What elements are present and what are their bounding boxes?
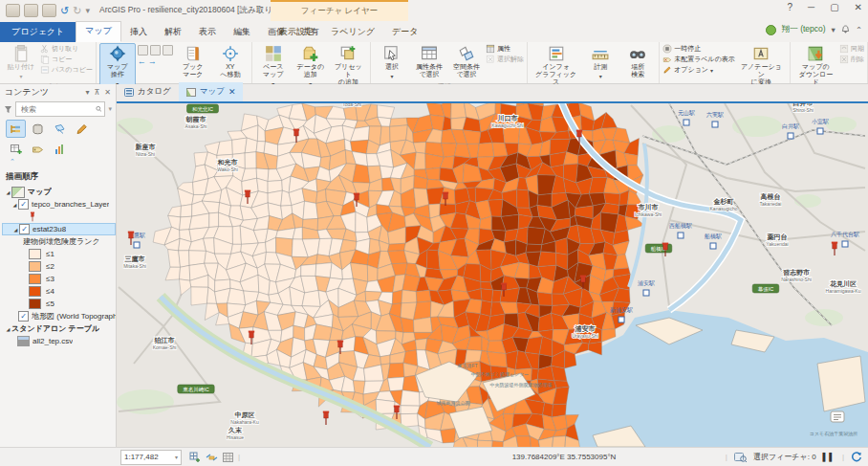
tab-edit[interactable]: 編集 [225,23,259,42]
pane-close-icon[interactable]: ✕ [104,88,111,97]
list-by-charts-icon[interactable] [50,140,70,158]
grid-icon[interactable] [223,453,233,462]
tab-data[interactable]: データ [383,23,426,42]
offline-small-button-0[interactable]: 同期 [839,44,864,54]
svg-text:八千代台駅: 八千代台駅 [831,231,859,238]
selection-small-button-0[interactable]: 属性 [486,44,524,54]
tree-item-topo-basemap[interactable]: ✓地形図 (World Topographic [2,310,116,322]
map-notification-icon[interactable] [831,411,844,422]
nav-mode-icon[interactable] [150,45,161,55]
contents-search-input[interactable] [19,104,96,115]
nav-mode-icon[interactable] [138,45,148,55]
map-scale-select[interactable]: 1:177,482 ▾ [120,450,182,465]
labeling-button-1[interactable]: アノテーション に変換 [736,43,787,88]
tab-map[interactable]: マップ [76,21,121,42]
svg-text:Nakahara-Ku: Nakahara-Ku [230,419,259,425]
labeling-small-button-2[interactable]: オプション [662,65,735,75]
clipboard-small-button-0[interactable]: 切り取り [40,44,93,54]
new-layout-icon[interactable] [189,452,201,462]
legend-swatch-color [29,286,41,297]
filter-icon[interactable] [4,105,12,114]
previous-extent-icon[interactable]: ← [138,57,146,66]
tab-analysis[interactable]: 解析 [156,23,190,42]
tab-labeling[interactable]: ラベリング [322,23,383,42]
drawing-order-heading: 描画順序 [0,166,116,186]
next-extent-icon[interactable]: → [148,57,157,66]
search-options-chevron-icon[interactable]: ▾ [108,105,112,113]
tab-view[interactable]: 表示 [190,23,225,42]
tree-item-map[interactable]: ◢マップ [2,186,116,198]
selection-result-icon[interactable] [734,452,747,462]
labeling-small-button-0[interactable]: 一時停止 [662,44,735,54]
red-pin-symbol[interactable] [29,211,36,222]
expander-icon[interactable]: ◢ [12,227,19,233]
flicker-icon[interactable] [206,453,218,462]
labeling-small-button-1[interactable]: 未配置ラベルの表示 [662,55,735,64]
contents-pane: コンテンツ ▾ ⊼ ✕ ▾ ⌃ 描画順序 ◢マップ◢✓tepco_branche… [0,84,117,447]
list-by-source-icon[interactable] [28,120,48,138]
offline-small-button-1[interactable]: 削除 [839,55,864,64]
layer-checkbox[interactable]: ✓ [19,224,30,234]
help-button[interactable]: ? [788,2,793,12]
collapse-ribbon-icon[interactable]: ⌃ [856,25,862,34]
close-view-icon[interactable]: ✕ [228,87,236,97]
pane-menu-chevron-icon[interactable]: ▾ [85,88,89,97]
maximize-button[interactable]: ▢ [830,2,838,12]
map-view[interactable]: 和光北IC船橋IC幕張IC東名川崎IC東京港FT中防不燃ゴミ処理センター中央防波… [117,103,868,447]
quick-access-toolbar: ↺ ↻ ▾ [0,4,90,17]
locate-icon [629,45,646,62]
layer-checkbox[interactable]: ✓ [18,311,29,322]
map-coordinates[interactable]: 139.7684209°E 35.7553095°N [459,453,669,461]
tab-project[interactable]: プロジェクト [0,22,76,42]
pause-drawing-icon[interactable]: ▌▌ [823,453,835,461]
refresh-icon[interactable] [851,452,862,463]
selection-button-2[interactable]: 空間条件 で選択 [448,43,485,82]
station-marker-icon [134,242,140,248]
clear-selection-icon [486,55,495,64]
list-by-drawing-order-icon[interactable] [6,120,26,138]
minimize-button[interactable]: ─ [808,2,814,12]
nav-mode-icon[interactable] [163,45,173,55]
save-project-icon[interactable] [6,4,20,17]
list-by-selection-icon[interactable] [50,120,70,138]
view-tab-map[interactable]: マップ ✕ [179,82,244,101]
user-name[interactable]: 翔一 (tepco) [782,24,826,35]
tab-appearance[interactable]: 表示設定 [271,23,322,42]
contents-search-box[interactable] [15,101,105,117]
tree-item-all2-tep-csv[interactable]: all2_tep.csv [2,335,116,347]
new-project-icon[interactable] [42,4,56,17]
user-menu-chevron-icon[interactable]: ▾ [832,25,835,34]
paste-icon [12,45,30,62]
legend-swatch-color [29,274,41,284]
undo-icon[interactable]: ↺ [60,5,69,16]
view-tab-catalog[interactable]: カタログ [117,82,179,101]
close-button[interactable]: ✕ [855,2,862,12]
chevron-down-icon [710,67,713,74]
expander-icon[interactable]: ◢ [11,202,18,208]
expander-icon[interactable]: ◢ [5,326,11,332]
customize-qat-icon[interactable]: ▾ [85,6,90,15]
pane-pin-icon[interactable]: ⊼ [94,88,99,97]
list-by-snapping-icon[interactable] [6,140,26,158]
redo-icon[interactable]: ↻ [73,5,81,16]
tree-item-tepco-branches[interactable]: ◢✓tepco_branches_Layer [2,198,116,211]
tree-item-estat23u8[interactable]: ◢✓estat23u8 [2,223,116,235]
clipboard-button-0[interactable]: 貼り付け [3,43,39,82]
svg-text:Hanamigawa-Ku: Hanamigawa-Ku [826,288,861,294]
clipboard-small-button-2[interactable]: パスのコピー [40,65,93,75]
list-by-editing-icon[interactable] [72,120,92,138]
map-canvas[interactable]: 和光北IC船橋IC幕張IC東名川崎IC東京港FT中防不燃ゴミ処理センター中央防波… [117,103,868,447]
selection-button-1[interactable]: 属性条件 で選択 [411,43,447,82]
notifications-icon[interactable] [841,25,850,34]
tab-insert[interactable]: 挿入 [121,23,156,42]
selection-button-0[interactable]: 選択 [374,43,410,82]
list-by-labeling-icon[interactable] [28,140,48,158]
station-marker-icon [643,290,649,296]
clipboard-small-button-1[interactable]: コピー [40,55,93,64]
tree-item-standalone-tables[interactable]: ◢スタンドアロン テーブル [2,322,116,335]
layer-checkbox[interactable]: ✓ [18,199,29,210]
open-project-icon[interactable] [24,4,38,17]
layer-name: tepco_branches_Layer [32,200,109,209]
expander-icon[interactable]: ◢ [5,189,11,195]
selection-small-button-1[interactable]: 選択解除 [486,55,524,64]
